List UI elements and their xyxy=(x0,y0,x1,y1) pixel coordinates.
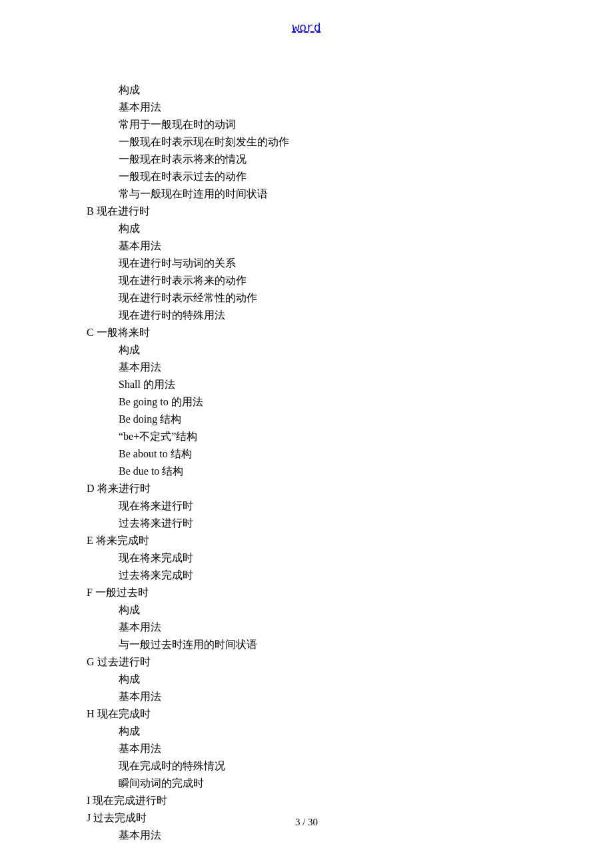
outline-item: 现在进行时表示经常性的动作 xyxy=(119,289,289,307)
outline-item: 现在进行时与动词的关系 xyxy=(119,255,289,272)
outline-item: 一般现在时表示将来的情况 xyxy=(119,151,289,168)
outline-item: 基本用法 xyxy=(119,740,289,757)
outline-item: 现在将来完成时 xyxy=(119,549,289,567)
page-number: 3 / 30 xyxy=(0,817,613,828)
outline-item: 现在将来进行时 xyxy=(119,497,289,515)
outline-item: 构成 xyxy=(119,601,289,619)
outline-item: 构成 xyxy=(119,81,289,99)
outline-item: I 现在完成进行时 xyxy=(87,792,289,809)
outline-item: Be about to 结构 xyxy=(119,445,289,463)
outline-item: Be due to 结构 xyxy=(119,463,289,480)
outline-item: 构成 xyxy=(119,341,289,359)
outline-item: H 现在完成时 xyxy=(87,705,289,723)
outline-item: B 现在进行时 xyxy=(87,203,289,220)
outline-item: D 将来进行时 xyxy=(87,480,289,497)
outline-item: 基本用法 xyxy=(119,619,289,636)
outline-item: 基本用法 xyxy=(119,688,289,705)
outline-item: 常与一般现在时连用的时间状语 xyxy=(119,185,289,203)
outline-item: 构成 xyxy=(119,723,289,740)
outline-item: Be going to 的用法 xyxy=(119,393,289,411)
outline-item: 现在完成时的特殊情况 xyxy=(119,757,289,775)
outline-item: C 一般将来时 xyxy=(87,324,289,341)
header-link[interactable]: word xyxy=(0,21,613,35)
outline-item: Be doing 结构 xyxy=(119,411,289,428)
outline-item: Shall 的用法 xyxy=(119,376,289,393)
outline-item: 过去将来完成时 xyxy=(119,567,289,584)
outline-item: 瞬间动词的完成时 xyxy=(119,775,289,792)
outline-item: 常用于一般现在时的动词 xyxy=(119,116,289,133)
outline-item: 基本用法 xyxy=(119,99,289,116)
outline-item: G 过去进行时 xyxy=(87,653,289,671)
outline-item: 构成 xyxy=(119,220,289,237)
outline-item: 一般现在时表示过去的动作 xyxy=(119,168,289,185)
outline-item: 构成 xyxy=(119,671,289,688)
outline-item: E 将来完成时 xyxy=(87,532,289,549)
outline-item: 现在进行时表示将来的动作 xyxy=(119,272,289,289)
outline-item: 基本用法 xyxy=(119,359,289,376)
outline-item: 一般现在时表示现在时刻发生的动作 xyxy=(119,133,289,151)
outline-item: 现在进行时的特殊用法 xyxy=(119,307,289,324)
outline-item: 与一般过去时连用的时间状语 xyxy=(119,636,289,653)
outline-item: F 一般过去时 xyxy=(87,584,289,601)
outline-item: 基本用法 xyxy=(119,827,289,844)
outline-item: 过去将来进行时 xyxy=(119,515,289,532)
outline-item: “be+不定式”结构 xyxy=(119,428,289,445)
outline-content: 构成基本用法常用于一般现在时的动词一般现在时表示现在时刻发生的动作一般现在时表示… xyxy=(87,81,289,844)
outline-item: 基本用法 xyxy=(119,237,289,255)
